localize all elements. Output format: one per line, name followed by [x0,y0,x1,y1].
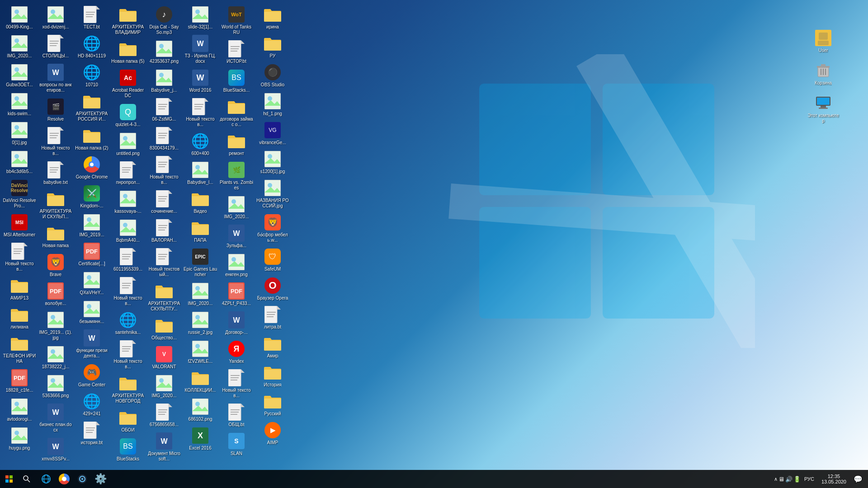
desktop-icon-icon-71[interactable]: Общество... [146,314,182,343]
desktop-icon-icon-13[interactable]: PDF 18828_c1fe... [2,367,37,395]
desktop-icon-icon-47[interactable]: Новая папка (5) [110,38,146,66]
desktop-icon-icon-16[interactable]: xod-dvizenj... [38,4,73,32]
desktop-icon-icon-78[interactable]: W Word 2016 [183,67,218,95]
desktop-icon-icon-75[interactable]: W Документ Microsoft... [146,430,182,464]
desktop-icon-icon-97[interactable]: IMG_2020... [219,193,254,221]
desktop-icon-icon-44[interactable]: 🌐 429×241 [74,390,109,418]
desktop-icon-icon-28[interactable]: 5363666.png [38,372,73,400]
desktop-icon-icon-94[interactable]: договора займа с о... [219,96,254,129]
desktop-icon-icon-115[interactable]: O Браузер Opera [255,275,290,303]
desktop-icon-icon-4[interactable]: kids-swim... [2,90,37,118]
desktop-icon-icon-41[interactable]: безымянн... [74,298,109,326]
desktop-icon-icon-118[interactable]: История [255,361,290,389]
desktop-icon-icon-85[interactable]: IMG_2020... [183,280,218,308]
desktop-icon-icon-37[interactable]: ⚔️ Kingdom-... [74,183,109,211]
desktop-icon-icon-100[interactable]: PDF 4ZPLf_P433... [219,280,254,308]
desktop-icon-icon-73[interactable]: IMG_2020... [146,372,182,400]
desktop-icon-user[interactable]: User [806,27,841,55]
desktop-icon-icon-83[interactable]: ПАПА [183,217,218,245]
desktop-icon-icon-66[interactable]: Новый текстов... [146,154,182,187]
desktop-icon-icon-98[interactable]: W Зульфа... [219,222,254,250]
desktop-icon-icon-112[interactable]: НАЗВАНИЯ РОССИЙ.jpg [255,177,290,211]
desktop-icon-icon-9[interactable]: Новый текстов... [2,240,37,274]
desktop-icon-icon-36[interactable]: Google Chrome [74,154,109,182]
desktop-icon-icon-88[interactable]: КОЛЛЕКЦИИ... [183,367,218,395]
desktop-icon-icon-76[interactable]: slide-32[1]... [183,4,218,32]
desktop-icon-icon-80[interactable]: 🌐 600×400 [183,130,218,158]
desktop-icon-icon-113[interactable]: 🦁 бо́сфор мебель.w... [255,211,290,245]
desktop-icon-icon-103[interactable]: Новый текстов... [219,367,254,400]
desktop-icon-icon-81[interactable]: Babydive_l... [183,159,218,187]
desktop-icon-icon-120[interactable]: ▶ AIMP [255,419,290,447]
desktop-icon-icon-96[interactable]: 🌿 Plants vs. Zombies [219,159,254,192]
taskbar-clock[interactable]: 12:35 13.05.2020 [818,474,850,484]
taskbar-search-button[interactable] [18,470,35,488]
desktop-icon-icon-6[interactable]: bb4c3d6b5... [2,148,37,176]
desktop-icon-icon-17[interactable]: СТОЛИЦЫ... [38,33,73,61]
desktop-icon-icon-27[interactable]: 18738222_j... [38,343,73,371]
taskbar-item-steam[interactable] [73,470,91,488]
desktop-icon-icon-105[interactable]: S SLAN [219,430,254,458]
desktop-icon-icon-79[interactable]: Новый текстов... [183,96,218,129]
desktop-icon-icon-93[interactable]: BS BlueStacks... [219,67,254,95]
desktop-icon-icon-50[interactable]: untitled.png [110,130,146,158]
desktop-icon-icon-29[interactable]: W бизнес план.docx [38,401,73,435]
desktop-icon-icon-21[interactable]: babydive.txt [38,159,73,187]
desktop-icon-trash[interactable]: Корзина [806,60,841,88]
desktop-icon-icon-43[interactable]: 🎮 Game Center [74,361,109,389]
desktop-icon-icon-101[interactable]: W Договор-... [219,309,254,337]
desktop-icon-computer[interactable]: Этот компьютер [806,92,841,126]
desktop-icon-icon-33[interactable]: 🌐 10710 [74,61,109,89]
desktop-icon-icon-72[interactable]: V VALORANT [146,343,182,371]
desktop-icon-icon-32[interactable]: 🌐 HD 840×1119 [74,33,109,61]
desktop-icon-icon-104[interactable]: ОБЩ.bt [219,401,254,429]
desktop-icon-icon-106[interactable]: ирина [255,4,290,32]
desktop-icon-icon-56[interactable]: 🌐 santehnika... [110,309,146,337]
desktop-icon-icon-38[interactable]: IMG_2019... [74,211,109,239]
desktop-icon-icon-108[interactable]: ⚫ OBS Studio [255,61,290,89]
tray-volume-icon[interactable]: 🔊 [785,476,793,483]
desktop-icon-icon-51[interactable]: пнропрол... [110,159,146,187]
desktop-icon-icon-53[interactable]: BqbmA40... [110,217,146,245]
taskbar-item-ie[interactable] [37,470,55,488]
desktop-icon-icon-14[interactable]: avtodorogi... [2,396,37,424]
desktop-icon-icon-42[interactable]: W функции президента... [74,327,109,361]
desktop-icon-icon-31[interactable]: ТЕСТ.bt [74,4,109,32]
tray-expand[interactable]: ∧ [774,476,778,482]
desktop-icon-icon-82[interactable]: Видео [183,188,218,216]
desktop-icon-icon-102[interactable]: Я Yandex [219,338,254,366]
desktop-icon-icon-92[interactable]: ИСТОР.bt [219,38,254,66]
desktop-icon-icon-63[interactable]: Babydive_j... [146,67,182,95]
desktop-icon-icon-24[interactable]: 🦁 Brave [38,251,73,279]
desktop-icon-icon-48[interactable]: Ac Acrobat Reader DC [110,67,146,100]
desktop-icon-icon-39[interactable]: PDF Certificate[...] [74,240,109,268]
desktop-icon-icon-18[interactable]: W вопросы по анкетиров... [38,61,73,95]
desktop-icon-icon-23[interactable]: Новая папка [38,222,73,250]
desktop-icon-icon-55[interactable]: Новый текстов... [110,275,146,308]
desktop-icon-icon-70[interactable]: АРХИТЕКТУРА СКУЛЬПТУ... [146,280,182,314]
desktop-icon-icon-86[interactable]: russie_2.jpg [183,309,218,337]
desktop-icon-icon-40[interactable]: QXaVHeY... [74,269,109,297]
desktop-icon-icon-60[interactable]: BS BlueStacks [110,436,146,464]
desktop-icon-icon-77[interactable]: W ТЗ - Ирина ГЦ.docx [183,33,218,66]
start-button[interactable] [0,470,18,488]
desktop-icon-icon-74[interactable]: 6756865658... [146,401,182,429]
desktop-icon-icon-61[interactable]: ♪ Doja Cat - Say So.mp3 [146,4,182,37]
desktop-icon-icon-1[interactable]: 00499-King... [2,4,37,32]
desktop-icon-icon-25[interactable]: PDF волобуе... [38,280,73,308]
notification-center-button[interactable]: 💬 [852,475,864,483]
desktop-icon-icon-54[interactable]: 6011955339... [110,246,146,274]
desktop-icon-icon-116[interactable]: литра.bt [255,304,290,332]
desktop-icon-icon-110[interactable]: VG vibranceGe... [255,119,290,147]
desktop-icon-icon-69[interactable]: Новый текстовый... [146,246,182,279]
desktop-icon-icon-95[interactable]: ремонт [219,130,254,158]
desktop-icon-icon-111[interactable]: s1200[1].jpg [255,148,290,176]
desktop-icon-icon-5[interactable]: 0[1].jpg [2,119,37,147]
desktop-icon-icon-52[interactable]: kassovaya-... [110,188,146,216]
desktop-icon-icon-46[interactable]: АРХИТЕКТУРА ВЛАДИМИР [110,4,146,37]
desktop-icon-icon-119[interactable]: Русский [255,390,290,418]
desktop-icon-icon-114[interactable]: 🛡 SafeUM [255,246,290,274]
desktop-icon-icon-11[interactable]: лилиана [2,304,37,332]
desktop-icon-icon-15[interactable]: huygu.png [2,425,37,453]
desktop-icon-icon-35[interactable]: Новая папка (2) [74,125,109,153]
